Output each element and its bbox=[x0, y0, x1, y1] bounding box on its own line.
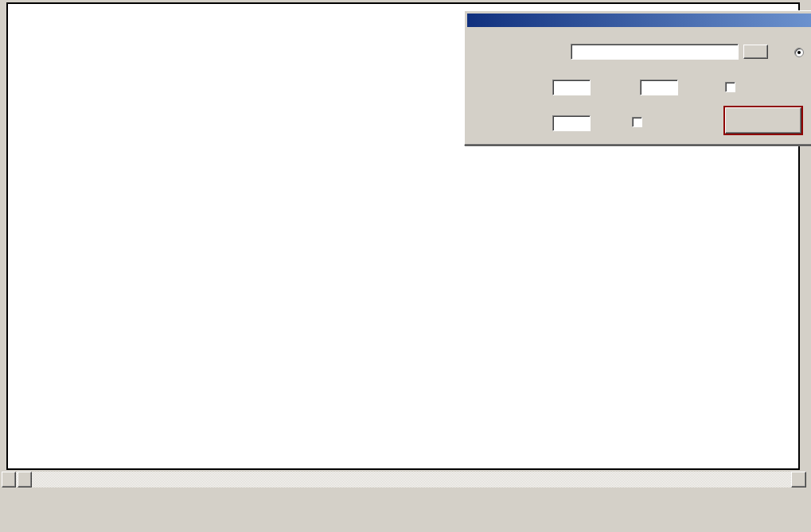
compare-two-spectra-dialog bbox=[464, 10, 811, 146]
scroll-left-button[interactable] bbox=[2, 472, 16, 487]
status-bar bbox=[0, 488, 811, 509]
scroll-right-button[interactable] bbox=[791, 472, 806, 487]
dialog-title-bar[interactable] bbox=[467, 14, 811, 27]
display-ratio-checkbox[interactable] bbox=[632, 117, 642, 127]
file-radio-button[interactable] bbox=[794, 48, 804, 57]
application-window: { "dialog": { "title": "Compare two spec… bbox=[0, 0, 811, 532]
threshold-down-field[interactable] bbox=[552, 115, 591, 131]
scrollbar-thumb[interactable] bbox=[18, 472, 32, 487]
shift-field[interactable] bbox=[640, 80, 678, 95]
compare-button[interactable] bbox=[725, 107, 801, 134]
compare-to-spectrum-field[interactable] bbox=[571, 44, 739, 60]
readout-toolbar bbox=[0, 509, 811, 532]
compare-button-highlight-border bbox=[723, 106, 803, 135]
browse-button[interactable] bbox=[743, 45, 768, 59]
velocity-checkbox[interactable] bbox=[725, 82, 735, 92]
threshold-up-field[interactable] bbox=[552, 80, 591, 95]
horizontal-scrollbar[interactable] bbox=[2, 472, 806, 487]
